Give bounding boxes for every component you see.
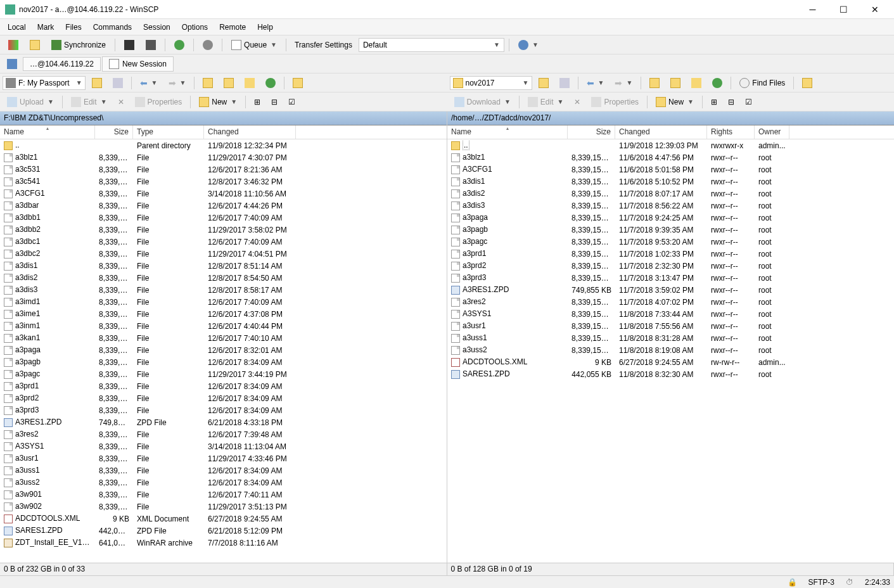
left-properties-button[interactable]: Properties — [131, 95, 187, 109]
table-row[interactable]: a3dis18,339,153 KB11/6/2018 5:10:52 PMrw… — [447, 176, 894, 188]
table-row[interactable]: ADCDTOOLS.XML9 KBXML Document6/27/2018 9… — [0, 513, 447, 525]
right-root-button[interactable] — [666, 76, 685, 90]
table-row[interactable]: a3res28,339,15...File12/6/2017 7:39:48 A… — [0, 428, 447, 440]
putty-button[interactable] — [141, 38, 160, 52]
right-new-button[interactable]: New▼ — [651, 95, 698, 109]
right-filter-button[interactable] — [555, 76, 574, 90]
table-row[interactable]: A3CFG18,339,153 KB11/6/2018 5:01:58 PMrw… — [447, 163, 894, 176]
table-row[interactable]: a3prd28,339,15...File12/6/2017 8:34:09 A… — [0, 392, 447, 404]
right-col-name[interactable]: Name▴ — [447, 125, 568, 139]
left-filter-button[interactable] — [108, 76, 127, 90]
table-row[interactable]: a3blz18,339,153 KB11/6/2018 4:47:56 PMrw… — [447, 151, 894, 163]
right-minus-button[interactable]: ⊟ — [724, 95, 739, 109]
left-upload-button[interactable]: Upload▼ — [3, 95, 58, 109]
table-row[interactable]: a3dis18,339,15...File12/8/2017 8:51:14 A… — [0, 260, 447, 272]
left-up-button[interactable] — [198, 76, 217, 90]
table-row[interactable]: ZDT_Install_EE_V12.0....641,024 KBWinRAR… — [0, 537, 447, 549]
table-row[interactable]: a3w9018,339,15...File12/6/2017 7:40:11 A… — [0, 489, 447, 501]
table-row[interactable]: a3c5318,339,15...File12/6/2017 8:21:36 A… — [0, 163, 447, 176]
right-plus-button[interactable]: ⊞ — [706, 95, 722, 109]
table-row[interactable]: a3res28,339,153 KB11/7/2018 4:07:02 PMrw… — [447, 296, 894, 308]
right-forward-button[interactable]: ➡▼ — [610, 76, 637, 90]
table-row[interactable]: a3pagb8,339,153 KB11/7/2018 9:39:35 AMrw… — [447, 224, 894, 236]
right-up-button[interactable] — [645, 76, 664, 90]
menu-mark[interactable]: Mark — [32, 21, 60, 34]
right-download-button[interactable]: Download▼ — [450, 95, 515, 109]
table-row[interactable]: SARES1.ZPD442,055 KBZPD File6/21/2018 5:… — [0, 525, 447, 537]
table-row[interactable]: a3imd18,339,15...File12/6/2017 7:40:09 A… — [0, 296, 447, 308]
table-row[interactable]: a3dbb18,339,15...File12/6/2017 7:40:09 A… — [0, 212, 447, 224]
left-delete-button[interactable]: ✕ — [113, 95, 129, 109]
options-button[interactable] — [198, 38, 217, 52]
table-row[interactable]: a3usr18,339,15...File11/29/2017 4:33:46 … — [0, 452, 447, 464]
table-row[interactable]: a3ime18,339,15...File12/6/2017 4:37:08 P… — [0, 308, 447, 320]
right-col-owner[interactable]: Owner — [755, 125, 789, 139]
sync-browse-button[interactable] — [25, 38, 44, 52]
right-properties-button[interactable]: Properties — [587, 95, 643, 109]
transfer-settings-combo[interactable]: Default▼ — [359, 38, 504, 52]
table-row[interactable]: A3CFG18,339,15...File3/14/2018 11:10:56 … — [0, 188, 447, 200]
menu-remote[interactable]: Remote — [214, 21, 251, 34]
left-bookmark-button[interactable] — [288, 76, 307, 90]
right-col-rights[interactable]: Rights — [707, 125, 755, 139]
table-row[interactable]: a3pagb8,339,15...File12/6/2017 8:34:09 A… — [0, 356, 447, 368]
left-plus-button[interactable]: ⊞ — [250, 95, 265, 109]
menu-files[interactable]: Files — [60, 21, 86, 34]
table-row[interactable]: a3prd38,339,15...File12/6/2017 8:34:09 A… — [0, 404, 447, 416]
table-row[interactable]: a3w9028,339,15...File11/29/2017 3:51:13 … — [0, 501, 447, 513]
menu-help[interactable]: Help — [252, 21, 278, 34]
right-col-size[interactable]: Size — [568, 125, 615, 139]
table-row[interactable]: a3c5418,339,15...File12/8/2017 3:46:32 P… — [0, 176, 447, 188]
table-row[interactable]: a3dis38,339,153 KB11/7/2018 8:56:22 AMrw… — [447, 200, 894, 212]
table-row[interactable]: A3SYS18,339,15...File3/14/2018 11:13:04 … — [0, 440, 447, 452]
right-home-button[interactable] — [687, 76, 706, 90]
left-root-button[interactable] — [219, 76, 238, 90]
new-session-tab[interactable]: New Session — [102, 56, 174, 72]
table-row[interactable]: a3prd18,339,153 KB11/7/2018 1:02:33 PMrw… — [447, 248, 894, 260]
table-row[interactable]: a3uss18,339,153 KB11/8/2018 8:31:28 AMrw… — [447, 332, 894, 344]
left-home-button[interactable] — [240, 76, 259, 90]
table-row[interactable]: a3pagc8,339,15...File11/29/2017 3:44:19 … — [0, 368, 447, 380]
table-row[interactable]: a3dbc28,339,15...File11/29/2017 4:04:51 … — [0, 248, 447, 260]
table-row[interactable]: ADCDTOOLS.XML9 KB6/27/2018 9:24:55 AMrw-… — [447, 356, 894, 368]
table-row[interactable]: a3pagc8,339,153 KB11/7/2018 9:53:20 AMrw… — [447, 236, 894, 248]
table-row[interactable]: SARES1.ZPD442,055 KB11/8/2018 8:32:30 AM… — [447, 368, 894, 380]
table-row[interactable]: a3usr18,339,153 KB11/8/2018 7:55:56 AMrw… — [447, 320, 894, 332]
menu-session[interactable]: Session — [138, 21, 176, 34]
table-row[interactable]: a3uss18,339,15...File12/6/2017 8:34:09 A… — [0, 464, 447, 476]
synchronize-button[interactable]: Synchronize — [47, 38, 110, 52]
right-refresh-button[interactable] — [708, 76, 727, 90]
left-col-size[interactable]: Size — [95, 125, 133, 139]
left-check-button[interactable]: ☑ — [284, 95, 300, 109]
table-row[interactable]: A3RES1.ZPD749,855 KBZPD File6/21/2018 4:… — [0, 416, 447, 428]
left-refresh-button[interactable] — [261, 76, 280, 90]
left-forward-button[interactable]: ➡▼ — [164, 76, 191, 90]
table-row[interactable]: A3SYS18,339,153 KB11/8/2018 7:33:44 AMrw… — [447, 308, 894, 320]
menu-local[interactable]: Local — [3, 21, 31, 34]
menu-options[interactable]: Options — [177, 21, 213, 34]
table-row[interactable]: a3blz18,339,15...File11/29/2017 4:30:07 … — [0, 151, 447, 163]
close-button[interactable]: ✕ — [860, 1, 889, 18]
right-bookmark-button[interactable] — [798, 76, 817, 90]
table-row[interactable]: a3dis28,339,15...File12/8/2017 8:54:50 A… — [0, 272, 447, 284]
left-col-type[interactable]: Type — [133, 125, 204, 139]
right-col-changed[interactable]: Changed — [615, 125, 707, 139]
table-row[interactable]: a3dbar8,339,15...File12/6/2017 4:44:26 P… — [0, 200, 447, 212]
session-tab-active[interactable]: …@104.46.119.22 — [23, 57, 101, 71]
left-col-changed[interactable]: Changed — [204, 125, 296, 139]
table-row[interactable]: a3uss28,339,153 KB11/8/2018 8:19:08 AMrw… — [447, 344, 894, 356]
compare-button[interactable] — [4, 38, 23, 52]
maximize-button[interactable]: ☐ — [829, 1, 858, 18]
console-button[interactable] — [120, 38, 139, 52]
table-row[interactable]: a3prd18,339,15...File12/6/2017 8:34:09 A… — [0, 380, 447, 392]
left-edit-button[interactable]: Edit▼ — [67, 95, 112, 109]
session-icon[interactable] — [3, 57, 22, 71]
queue-button[interactable]: Queue▼ — [227, 38, 281, 52]
globe-button[interactable]: ▼ — [514, 38, 543, 52]
table-row[interactable]: a3uss28,339,15...File12/6/2017 8:34:09 A… — [0, 476, 447, 489]
find-files-button[interactable]: Find Files — [735, 76, 789, 90]
table-row[interactable]: a3dis38,339,15...File12/8/2017 8:58:17 A… — [0, 284, 447, 296]
right-path[interactable]: /home/…/ZDT/adcd/nov2017/ — [447, 112, 894, 125]
left-path[interactable]: F:\IBM ZD&T\Uncompressed\ — [0, 112, 447, 125]
left-new-button[interactable]: New▼ — [195, 95, 241, 109]
